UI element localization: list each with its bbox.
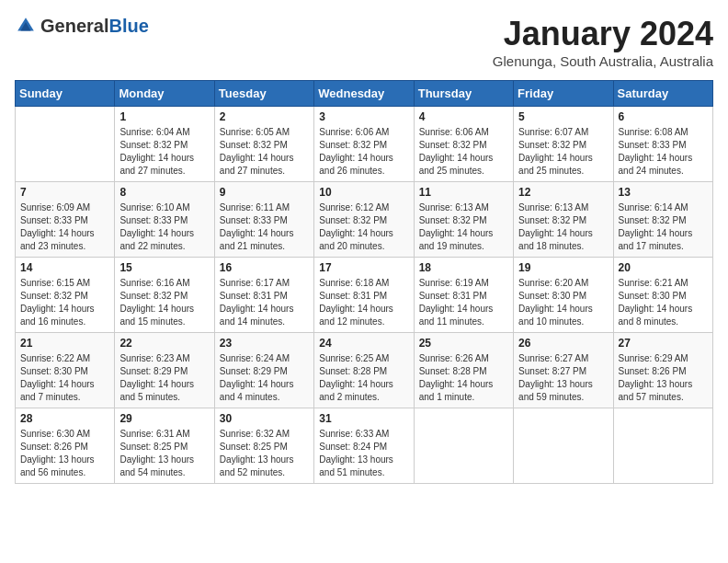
- day-header-thursday: Thursday: [414, 81, 513, 107]
- day-number: 23: [220, 337, 309, 350]
- calendar-cell: [414, 408, 513, 484]
- calendar-cell: 6Sunrise: 6:08 AMSunset: 8:33 PMDaylight…: [613, 107, 712, 182]
- calendar-cell: 21Sunrise: 6:22 AMSunset: 8:30 PMDayligh…: [16, 333, 115, 408]
- day-info: Sunrise: 6:13 AMSunset: 8:32 PMDaylight:…: [419, 201, 508, 253]
- day-info: Sunrise: 6:06 AMSunset: 8:32 PMDaylight:…: [319, 126, 408, 178]
- calendar-cell: 3Sunrise: 6:06 AMSunset: 8:32 PMDaylight…: [314, 107, 414, 182]
- day-number: 18: [419, 261, 508, 274]
- day-info: Sunrise: 6:08 AMSunset: 8:33 PMDaylight:…: [619, 126, 708, 178]
- week-row-4: 28Sunrise: 6:30 AMSunset: 8:26 PMDayligh…: [16, 408, 713, 484]
- day-info: Sunrise: 6:23 AMSunset: 8:29 PMDaylight:…: [119, 352, 209, 404]
- location-subtitle: Glenunga, South Australia, Australia: [493, 53, 713, 69]
- calendar-cell: 19Sunrise: 6:20 AMSunset: 8:30 PMDayligh…: [514, 258, 613, 333]
- day-number: 3: [319, 110, 408, 123]
- day-info: Sunrise: 6:20 AMSunset: 8:30 PMDaylight:…: [518, 277, 608, 328]
- calendar-cell: 18Sunrise: 6:19 AMSunset: 8:31 PMDayligh…: [414, 258, 513, 333]
- calendar-cell: 25Sunrise: 6:26 AMSunset: 8:28 PMDayligh…: [414, 333, 513, 408]
- day-info: Sunrise: 6:30 AMSunset: 8:26 PMDaylight:…: [20, 428, 109, 479]
- calendar-cell: 16Sunrise: 6:17 AMSunset: 8:31 PMDayligh…: [214, 258, 313, 333]
- day-number: 1: [119, 110, 209, 123]
- calendar-cell: 28Sunrise: 6:30 AMSunset: 8:26 PMDayligh…: [16, 408, 115, 484]
- day-info: Sunrise: 6:32 AMSunset: 8:25 PMDaylight:…: [220, 428, 309, 479]
- day-info: Sunrise: 6:06 AMSunset: 8:32 PMDaylight:…: [419, 126, 508, 178]
- calendar-cell: 17Sunrise: 6:18 AMSunset: 8:31 PMDayligh…: [314, 258, 414, 333]
- day-number: 20: [619, 261, 708, 274]
- day-number: 30: [220, 412, 309, 425]
- day-number: 4: [419, 110, 508, 123]
- day-info: Sunrise: 6:25 AMSunset: 8:28 PMDaylight:…: [319, 352, 408, 404]
- day-number: 8: [119, 186, 209, 199]
- day-info: Sunrise: 6:05 AMSunset: 8:32 PMDaylight:…: [220, 126, 309, 178]
- day-info: Sunrise: 6:17 AMSunset: 8:31 PMDaylight:…: [220, 277, 309, 328]
- day-header-sunday: Sunday: [16, 81, 115, 107]
- day-info: Sunrise: 6:15 AMSunset: 8:32 PMDaylight:…: [20, 277, 109, 328]
- day-number: 9: [220, 186, 309, 199]
- calendar-cell: 30Sunrise: 6:32 AMSunset: 8:25 PMDayligh…: [214, 408, 313, 484]
- day-number: 5: [518, 110, 608, 123]
- day-info: Sunrise: 6:24 AMSunset: 8:29 PMDaylight:…: [220, 352, 309, 404]
- calendar-cell: 27Sunrise: 6:29 AMSunset: 8:26 PMDayligh…: [613, 333, 712, 408]
- calendar-cell: 22Sunrise: 6:23 AMSunset: 8:29 PMDayligh…: [115, 333, 214, 408]
- calendar-cell: 5Sunrise: 6:07 AMSunset: 8:32 PMDaylight…: [514, 107, 613, 182]
- day-info: Sunrise: 6:33 AMSunset: 8:24 PMDaylight:…: [319, 428, 408, 479]
- day-info: Sunrise: 6:31 AMSunset: 8:25 PMDaylight:…: [119, 428, 209, 479]
- calendar-cell: 1Sunrise: 6:04 AMSunset: 8:32 PMDaylight…: [115, 107, 214, 182]
- day-info: Sunrise: 6:26 AMSunset: 8:28 PMDaylight:…: [419, 352, 508, 404]
- calendar-cell: 14Sunrise: 6:15 AMSunset: 8:32 PMDayligh…: [16, 258, 115, 333]
- calendar-cell: 31Sunrise: 6:33 AMSunset: 8:24 PMDayligh…: [314, 408, 414, 484]
- day-info: Sunrise: 6:29 AMSunset: 8:26 PMDaylight:…: [619, 352, 708, 404]
- day-number: 29: [119, 412, 209, 425]
- calendar-cell: [613, 408, 712, 484]
- day-info: Sunrise: 6:19 AMSunset: 8:31 PMDaylight:…: [419, 277, 508, 328]
- day-info: Sunrise: 6:16 AMSunset: 8:32 PMDaylight:…: [119, 277, 209, 328]
- day-number: 14: [20, 261, 109, 274]
- week-row-0: 1Sunrise: 6:04 AMSunset: 8:32 PMDaylight…: [16, 107, 713, 182]
- day-number: 6: [619, 110, 708, 123]
- calendar-cell: 9Sunrise: 6:11 AMSunset: 8:33 PMDaylight…: [214, 182, 313, 258]
- day-number: 11: [419, 186, 508, 199]
- day-info: Sunrise: 6:14 AMSunset: 8:32 PMDaylight:…: [619, 201, 708, 253]
- day-info: Sunrise: 6:10 AMSunset: 8:33 PMDaylight:…: [119, 201, 209, 253]
- day-info: Sunrise: 6:09 AMSunset: 8:33 PMDaylight:…: [20, 201, 109, 253]
- day-info: Sunrise: 6:21 AMSunset: 8:30 PMDaylight:…: [619, 277, 708, 328]
- day-info: Sunrise: 6:13 AMSunset: 8:32 PMDaylight:…: [518, 201, 608, 253]
- day-number: 12: [518, 186, 608, 199]
- day-info: Sunrise: 6:22 AMSunset: 8:30 PMDaylight:…: [20, 352, 109, 404]
- day-number: 25: [419, 337, 508, 350]
- day-number: 17: [319, 261, 408, 274]
- day-number: 24: [319, 337, 408, 350]
- day-number: 16: [220, 261, 309, 274]
- logo-text: GeneralBlue: [40, 16, 149, 37]
- day-info: Sunrise: 6:27 AMSunset: 8:27 PMDaylight:…: [518, 352, 608, 404]
- day-number: 10: [319, 186, 408, 199]
- calendar-cell: 23Sunrise: 6:24 AMSunset: 8:29 PMDayligh…: [214, 333, 313, 408]
- calendar-cell: 11Sunrise: 6:13 AMSunset: 8:32 PMDayligh…: [414, 182, 513, 258]
- calendar-cell: 29Sunrise: 6:31 AMSunset: 8:25 PMDayligh…: [115, 408, 214, 484]
- day-number: 21: [20, 337, 109, 350]
- calendar-cell: 15Sunrise: 6:16 AMSunset: 8:32 PMDayligh…: [115, 258, 214, 333]
- day-number: 19: [518, 261, 608, 274]
- week-row-2: 14Sunrise: 6:15 AMSunset: 8:32 PMDayligh…: [16, 258, 713, 333]
- day-number: 28: [20, 412, 109, 425]
- calendar-cell: [16, 107, 115, 182]
- calendar-cell: 12Sunrise: 6:13 AMSunset: 8:32 PMDayligh…: [514, 182, 613, 258]
- day-number: 2: [220, 110, 309, 123]
- calendar-cell: 20Sunrise: 6:21 AMSunset: 8:30 PMDayligh…: [613, 258, 712, 333]
- day-info: Sunrise: 6:07 AMSunset: 8:32 PMDaylight:…: [518, 126, 608, 178]
- day-number: 7: [20, 186, 109, 199]
- week-row-1: 7Sunrise: 6:09 AMSunset: 8:33 PMDaylight…: [16, 182, 713, 258]
- day-header-tuesday: Tuesday: [214, 81, 313, 107]
- calendar-cell: 8Sunrise: 6:10 AMSunset: 8:33 PMDaylight…: [115, 182, 214, 258]
- day-header-friday: Friday: [514, 81, 613, 107]
- calendar-table: SundayMondayTuesdayWednesdayThursdayFrid…: [15, 80, 713, 484]
- calendar-cell: 7Sunrise: 6:09 AMSunset: 8:33 PMDaylight…: [16, 182, 115, 258]
- calendar-cell: 2Sunrise: 6:05 AMSunset: 8:32 PMDaylight…: [214, 107, 313, 182]
- header-row: SundayMondayTuesdayWednesdayThursdayFrid…: [16, 81, 713, 107]
- logo-blue: Blue: [108, 16, 148, 36]
- day-header-monday: Monday: [115, 81, 214, 107]
- day-number: 15: [119, 261, 209, 274]
- header: GeneralBlue January 2024 Glenunga, South…: [15, 15, 713, 69]
- day-number: 22: [119, 337, 209, 350]
- calendar-cell: 4Sunrise: 6:06 AMSunset: 8:32 PMDaylight…: [414, 107, 513, 182]
- calendar-cell: 24Sunrise: 6:25 AMSunset: 8:28 PMDayligh…: [314, 333, 414, 408]
